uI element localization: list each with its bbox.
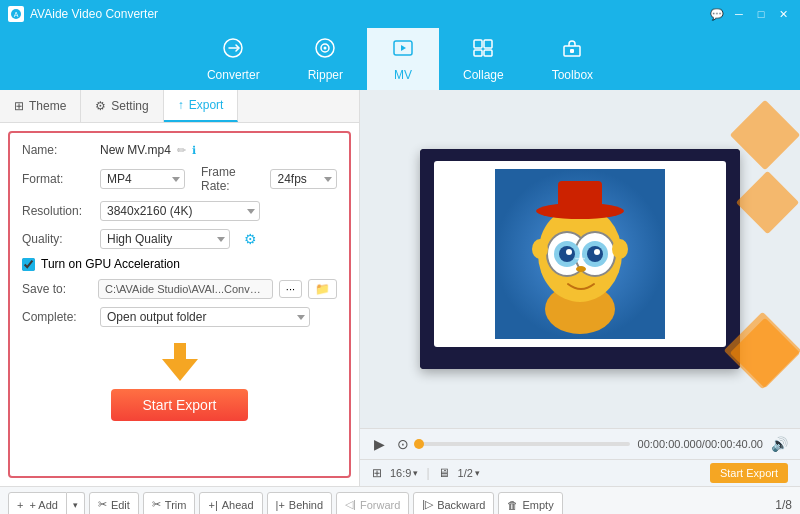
left-panel: ⊞ Theme ⚙ Setting ↑ Export Name: New MV.… (0, 90, 360, 486)
behind-label: Behind (289, 499, 323, 511)
edit-button[interactable]: ✂ Edit (89, 492, 139, 515)
plus-center: + (574, 248, 586, 271)
video-controls: ▶ ⊙ 00:00:00.000/00:00:40.00 🔊 (360, 428, 800, 459)
svg-point-28 (612, 239, 628, 259)
forward-label: Forward (360, 499, 400, 511)
theme-tab-label: Theme (29, 99, 66, 113)
nav-mv-label: MV (394, 68, 412, 82)
play-button[interactable]: ▶ (372, 434, 387, 454)
progress-bar[interactable] (419, 442, 630, 446)
name-value: New MV.mp4 (100, 143, 171, 157)
converter-icon (221, 37, 245, 64)
corner-decoration-right (736, 171, 800, 235)
fraction-chevron-icon: ▾ (475, 468, 480, 478)
forward-icon: ◁| (345, 498, 356, 511)
open-folder-button[interactable]: 📁 (308, 279, 337, 299)
quality-settings-icon[interactable]: ⚙ (244, 231, 257, 247)
stop-button[interactable]: ⊙ (395, 434, 411, 454)
plus-bottom-right: + (711, 321, 720, 339)
tab-theme[interactable]: ⊞ Theme (0, 90, 81, 122)
tab-setting[interactable]: ⚙ Setting (81, 90, 163, 122)
theme-tab-icon: ⊞ (14, 99, 24, 113)
gpu-checkbox[interactable] (22, 258, 35, 271)
nav-ripper[interactable]: Ripper (284, 28, 367, 90)
arrow-shaft (174, 343, 186, 359)
nav-collage[interactable]: Collage (439, 28, 528, 90)
mv-icon (391, 37, 415, 64)
edit-label: Edit (111, 499, 130, 511)
ratio-divider: | (426, 466, 429, 480)
svg-rect-26 (558, 181, 602, 213)
browse-path-button[interactable]: ··· (279, 280, 302, 298)
titlebar-left: A AVAide Video Converter (8, 6, 158, 22)
trim-label: Trim (165, 499, 187, 511)
close-button[interactable]: ✕ (774, 5, 792, 23)
nav-toolbox[interactable]: Toolbox (528, 28, 617, 90)
nav-toolbox-label: Toolbox (552, 68, 593, 82)
collage-icon (471, 37, 495, 64)
format-select[interactable]: MP4 AVI MOV (100, 169, 185, 189)
edit-name-icon[interactable]: ✏ (177, 144, 186, 157)
svg-rect-12 (570, 49, 574, 53)
framerate-label: Frame Rate: (201, 165, 262, 193)
tab-export[interactable]: ↑ Export (164, 90, 239, 122)
framerate-select[interactable]: 24fps 30fps 60fps (270, 169, 337, 189)
quality-select[interactable]: High Quality Medium Quality Low Quality (100, 229, 230, 249)
name-row: Name: New MV.mp4 ✏ ℹ (22, 143, 337, 157)
fraction-display[interactable]: 1/2 ▾ (458, 467, 480, 479)
behind-icon: |+ (276, 499, 285, 511)
name-value-row: New MV.mp4 ✏ ℹ (100, 143, 196, 157)
saveto-label: Save to: (22, 282, 92, 296)
nav-converter[interactable]: Converter (183, 28, 284, 90)
empty-button[interactable]: 🗑 Empty (498, 492, 562, 515)
trash-icon: 🗑 (507, 499, 518, 511)
complete-select[interactable]: Open output folder Do nothing (100, 307, 310, 327)
add-button[interactable]: + + Add (8, 492, 67, 515)
app-icon: A (8, 6, 24, 22)
export-tab-label: Export (189, 98, 224, 112)
add-dropdown-button[interactable]: ▾ (67, 492, 85, 515)
export-tab-icon: ↑ (178, 98, 184, 112)
plus-icon: + (17, 499, 23, 511)
aspect-ratio-icon: ⊞ (372, 466, 382, 480)
empty-label: Empty (522, 499, 553, 511)
trim-button[interactable]: ✂ Trim (143, 492, 196, 515)
toolbox-icon (560, 37, 584, 64)
navbar: Converter Ripper MV Collage Toolbox (0, 28, 800, 90)
chevron-down-icon: ▾ (413, 468, 418, 478)
export-panel: Name: New MV.mp4 ✏ ℹ Format: MP4 AVI MOV… (8, 131, 351, 478)
svg-point-22 (566, 249, 572, 255)
quality-label: Quality: (22, 232, 92, 246)
svg-rect-9 (474, 50, 482, 56)
arrow-head (162, 359, 198, 381)
volume-icon[interactable]: 🔊 (771, 436, 788, 452)
ahead-button[interactable]: +| Ahead (199, 492, 262, 515)
resolution-row: Resolution: 3840x2160 (4K) 1920x1080 (FH… (22, 201, 337, 221)
behind-button[interactable]: |+ Behind (267, 492, 333, 515)
nav-mv[interactable]: MV (367, 28, 439, 90)
backward-button[interactable]: |▷ Backward (413, 492, 494, 515)
maximize-button[interactable]: □ (752, 5, 770, 23)
complete-row: Complete: Open output folder Do nothing (22, 307, 337, 327)
backward-icon: |▷ (422, 498, 433, 511)
resolution-label: Resolution: (22, 204, 92, 218)
ahead-label: Ahead (222, 499, 254, 511)
svg-point-27 (532, 239, 548, 259)
start-export-button[interactable]: Start Export (111, 389, 249, 421)
info-icon[interactable]: ℹ (192, 144, 196, 157)
aspect-ratio[interactable]: 16:9 ▾ (390, 467, 418, 479)
export-arrow (162, 343, 198, 381)
main-area: ⊞ Theme ⚙ Setting ↑ Export Name: New MV.… (0, 90, 800, 486)
resolution-select[interactable]: 3840x2160 (4K) 1920x1080 (FHD) 1280x720 … (100, 201, 260, 221)
window-controls[interactable]: 💬 ─ □ ✕ (708, 5, 792, 23)
saveto-row: Save to: C:\AVAide Studio\AVAI...Convert… (22, 279, 337, 299)
svg-rect-7 (474, 40, 482, 48)
forward-button[interactable]: ◁| Forward (336, 492, 409, 515)
chat-icon[interactable]: 💬 (708, 5, 726, 23)
app-title: AVAide Video Converter (30, 7, 158, 21)
start-export-small-button[interactable]: Start Export (710, 463, 788, 483)
svg-rect-8 (484, 40, 492, 48)
minimize-button[interactable]: ─ (730, 5, 748, 23)
svg-text:A: A (14, 11, 19, 18)
preview-frame: + + (420, 149, 740, 369)
